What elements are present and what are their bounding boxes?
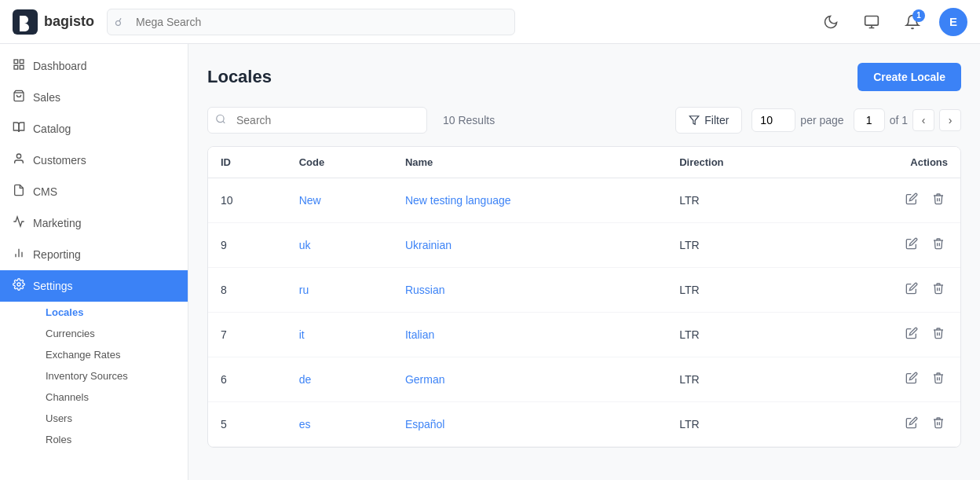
filter-button[interactable]: Filter [675, 107, 742, 134]
sidebar-item-settings[interactable]: Settings [0, 270, 188, 302]
store-view-button[interactable] [858, 8, 886, 36]
svg-rect-3 [20, 60, 24, 64]
cell-actions [812, 402, 960, 447]
svg-point-7 [16, 154, 20, 158]
cell-id: 8 [208, 268, 287, 313]
main-content: Locales Create Locale 10 Results Filter [188, 44, 980, 480]
edit-button[interactable] [902, 413, 921, 435]
col-name: Name [393, 147, 667, 178]
delete-button[interactable] [929, 234, 948, 256]
col-direction: Direction [667, 147, 812, 178]
table-search-icon [215, 114, 226, 127]
sidebar-sub-locales[interactable]: Locales [33, 302, 188, 323]
delete-button[interactable] [929, 279, 948, 301]
col-id: ID [208, 147, 287, 178]
settings-icon [13, 278, 25, 294]
user-avatar-button[interactable]: E [939, 8, 967, 36]
sidebar-item-reporting[interactable]: Reporting [0, 239, 188, 270]
prev-page-button[interactable]: ‹ [912, 109, 934, 131]
delete-button[interactable] [929, 189, 948, 211]
edit-button[interactable] [902, 234, 921, 256]
sidebar-cms-label: CMS [33, 185, 57, 198]
search-bar: ☌ [107, 9, 515, 35]
sidebar: Dashboard Sales Catalog [0, 44, 188, 480]
notifications-button[interactable]: 1 [898, 8, 927, 36]
cell-name: Italian [393, 313, 667, 357]
svg-rect-1 [865, 16, 879, 25]
pencil-icon [905, 327, 918, 339]
locales-table: ID Code Name Direction Actions 10 New Ne… [208, 147, 960, 447]
sales-icon [13, 90, 25, 105]
cell-direction: LTR [667, 313, 812, 357]
main-layout: Dashboard Sales Catalog [0, 44, 980, 480]
theme-toggle-button[interactable] [817, 8, 845, 36]
cell-direction: LTR [667, 402, 812, 447]
sidebar-item-customers[interactable]: Customers [0, 145, 188, 176]
sidebar-item-marketing[interactable]: Marketing [0, 207, 188, 239]
page-total: of 1 [890, 114, 908, 126]
cms-icon [13, 184, 25, 200]
edit-button[interactable] [902, 189, 921, 211]
cell-id: 5 [208, 402, 287, 447]
cell-id: 6 [208, 357, 287, 402]
sidebar-sub-inventory-sources[interactable]: Inventory Sources [33, 365, 188, 387]
svg-point-11 [17, 283, 20, 286]
sidebar-marketing-label: Marketing [33, 217, 81, 229]
table-search-input[interactable] [207, 107, 427, 134]
pencil-icon [905, 192, 918, 205]
filter-icon [689, 115, 700, 126]
create-locale-button[interactable]: Create Locale [858, 63, 961, 91]
table-head: ID Code Name Direction Actions [208, 147, 960, 178]
svg-rect-4 [14, 65, 18, 69]
svg-marker-14 [689, 116, 699, 125]
sidebar-item-sales[interactable]: Sales [0, 82, 188, 113]
logo[interactable]: bagisto [13, 9, 94, 35]
sidebar-sub-currencies[interactable]: Currencies [33, 323, 188, 344]
table-row: 9 uk Ukrainian LTR [208, 223, 960, 268]
cell-name: Ukrainian [393, 223, 667, 268]
cell-code: ru [287, 268, 393, 313]
sidebar-item-cms[interactable]: CMS [0, 176, 188, 207]
next-page-button[interactable]: › [939, 109, 961, 131]
mega-search-input[interactable] [107, 9, 515, 35]
catalog-icon [13, 121, 25, 137]
svg-rect-5 [20, 65, 24, 69]
sidebar-sub-exchange-rates[interactable]: Exchange Rates [33, 344, 188, 365]
cell-id: 7 [208, 313, 287, 357]
sidebar-sub-roles[interactable]: Roles [33, 429, 188, 450]
trash-icon [932, 192, 945, 205]
search-input-wrap [207, 107, 427, 134]
cell-actions [812, 357, 960, 402]
sidebar-sub-users[interactable]: Users [33, 408, 188, 429]
delete-button[interactable] [929, 413, 948, 435]
toolbar: 10 Results Filter 10 25 50 per page 1 of… [207, 107, 961, 134]
customers-icon [13, 152, 25, 168]
page-title: Locales [207, 67, 272, 87]
edit-button[interactable] [902, 324, 921, 346]
cell-direction: LTR [667, 223, 812, 268]
sidebar-item-dashboard[interactable]: Dashboard [0, 50, 188, 82]
cell-actions [812, 268, 960, 313]
edit-button[interactable] [902, 279, 921, 301]
cell-direction: LTR [667, 178, 812, 223]
delete-button[interactable] [929, 324, 948, 346]
page-number-input[interactable]: 1 [854, 108, 885, 132]
sidebar-sub-channels[interactable]: Channels [33, 387, 188, 408]
moon-icon [823, 14, 839, 30]
pencil-icon [905, 416, 918, 429]
notification-badge: 1 [912, 9, 925, 22]
sidebar-catalog-label: Catalog [33, 123, 71, 135]
per-page-dropdown[interactable]: 10 25 50 [751, 108, 795, 132]
delete-button[interactable] [929, 368, 948, 390]
header: bagisto ☌ 1 E [0, 0, 980, 44]
edit-button[interactable] [902, 368, 921, 390]
sidebar-reporting-label: Reporting [33, 248, 81, 261]
sidebar-item-catalog[interactable]: Catalog [0, 113, 188, 145]
cell-id: 10 [208, 178, 287, 223]
cell-name: New testing language [393, 178, 667, 223]
col-code: Code [287, 147, 393, 178]
sidebar-settings-label: Settings [33, 280, 73, 292]
cell-direction: LTR [667, 268, 812, 313]
reporting-icon [13, 247, 25, 262]
cell-code: de [287, 357, 393, 402]
